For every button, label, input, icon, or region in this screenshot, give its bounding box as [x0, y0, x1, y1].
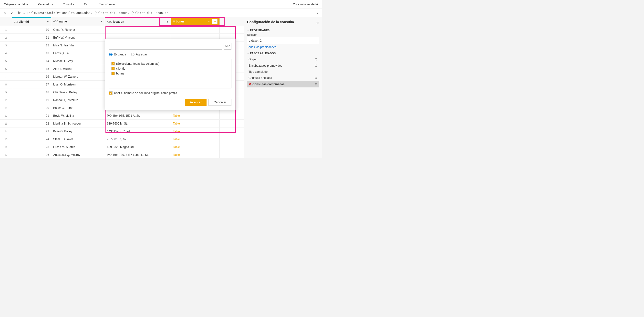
- td-row-num: 15: [0, 135, 12, 143]
- panel-nombre-label: Nombre: [247, 33, 319, 36]
- td-bonus: Table: [171, 135, 220, 143]
- td-row-num: 16: [0, 143, 12, 151]
- th-name-dropdown[interactable]: ▼: [100, 20, 103, 23]
- popup-radio-agregar[interactable]: Agregar: [131, 53, 147, 56]
- popup-use-prefix-checkbox[interactable]: [109, 91, 112, 95]
- step-gear-icon[interactable]: ⚙: [314, 82, 318, 86]
- popup-agregar-label: Agregar: [136, 53, 147, 56]
- nav-item-conclusiones[interactable]: Conclusiones de IA: [291, 2, 320, 7]
- step-label: Origen: [248, 58, 257, 61]
- step-item-origen[interactable]: Origen⚙: [247, 56, 319, 63]
- popup-check-item-bonus[interactable]: bonus: [111, 71, 229, 76]
- th-location[interactable]: ABC location ▼: [105, 17, 171, 26]
- th-clientid[interactable]: 1²3 clientId ▼: [12, 17, 51, 26]
- nav-item-or[interactable]: Or...: [82, 2, 92, 7]
- panel-title: Configuración de la consulta: [247, 20, 294, 24]
- th-clientid-label: clientId: [18, 20, 29, 24]
- formula-expand-btn[interactable]: ∨: [314, 10, 320, 16]
- td-row-num: 11: [0, 104, 12, 112]
- th-location-dropdown[interactable]: ▼: [166, 21, 169, 23]
- right-panel: Configuración de la consulta ✕ PROPIEDAD…: [244, 17, 322, 158]
- check-label-bonus: bonus: [116, 72, 124, 75]
- th-clientid-dropdown[interactable]: ▼: [47, 21, 49, 23]
- table-row: 13 22 Martina B. Schroeder 689-7600 Mi S…: [0, 120, 244, 128]
- td-bonus: [171, 26, 220, 34]
- popup-search-row: A↕Z: [109, 43, 232, 50]
- td-name: Kylie G. Bailey: [51, 128, 105, 135]
- main-area: 1²3 clientId ▼ ABC name ▼ ABC location ▼…: [0, 17, 322, 158]
- td-name: Alan T. Mullins: [51, 65, 105, 73]
- td-name: Michael I. Gray: [51, 57, 105, 65]
- formula-text: = Table.NestedJoin(#"Consulta anexada", …: [24, 11, 313, 15]
- th-location-label: location: [113, 20, 124, 24]
- checkbox-clientId[interactable]: [111, 67, 115, 70]
- popup-check-item-all[interactable]: (Seleccionar todas las columnas): [111, 61, 229, 66]
- nav-item-transformar[interactable]: Transformar: [98, 2, 117, 7]
- checkbox-all[interactable]: [111, 62, 115, 66]
- table-row: 16 25 Lucas M. Suarez 699-9329 Magna Rd.…: [0, 143, 244, 151]
- td-bonus: Table: [171, 128, 220, 135]
- popup-radio-row: Expandir Agregar: [109, 53, 232, 56]
- nav-item-origenes[interactable]: Orígenes de datos: [2, 2, 30, 7]
- td-clientid: 19: [12, 96, 51, 104]
- td-row-num: 3: [0, 42, 12, 49]
- panel-close-btn[interactable]: ✕: [316, 21, 319, 26]
- th-bonus-expand-btn[interactable]: ⇔: [212, 19, 218, 24]
- check-label-all: (Seleccionar todas las columnas): [116, 62, 160, 66]
- td-name: Baker C. Hurst: [51, 104, 105, 112]
- radio-expandir-circle: [109, 53, 112, 56]
- td-clientid: 10: [12, 26, 51, 34]
- th-bonus-dropdown[interactable]: ▼: [208, 20, 210, 23]
- table-row: 17 26 Anastasia Q. Mccray P.O. Box 780, …: [0, 151, 244, 158]
- popup-radio-expandir[interactable]: Expandir: [109, 53, 126, 56]
- td-name: Randall Q. Mcclure: [51, 96, 105, 104]
- step-item-tipo[interactable]: Tipo cambiado: [247, 69, 319, 75]
- popup-sort-btn[interactable]: A↕Z: [224, 43, 232, 50]
- td-row-num: 2: [0, 34, 12, 41]
- th-bonus-label: bonus: [176, 20, 184, 23]
- th-bonus-type-icon: ⊞: [173, 20, 175, 23]
- popup-cancelar-btn[interactable]: Cancelar: [208, 99, 232, 106]
- td-location: P.O. Box 780, 4487 Lobortis, St.: [105, 151, 171, 158]
- th-name[interactable]: ABC name ▼: [51, 17, 105, 26]
- td-bonus: Table: [171, 143, 220, 151]
- popup-search-input[interactable]: [109, 43, 222, 50]
- nav-item-parametros[interactable]: Parámetros: [36, 2, 55, 7]
- td-row-num: 14: [0, 128, 12, 135]
- popup-expandir-label: Expandir: [114, 53, 126, 56]
- panel-todas-propiedades-link[interactable]: Todas las propiedades: [247, 46, 319, 49]
- table-area: 1²3 clientId ▼ ABC name ▼ ABC location ▼…: [0, 17, 244, 158]
- step-item-consulta-anexada[interactable]: Consulta anexada⚙: [247, 75, 319, 81]
- td-location: P.O. Box 935, 1521 At St.: [105, 112, 171, 119]
- td-row-num: 12: [0, 112, 12, 119]
- popup-check-item-clientId[interactable]: clientId: [111, 66, 229, 71]
- checkbox-bonus[interactable]: [111, 72, 115, 75]
- td-location: [105, 26, 171, 34]
- steps-list: Origen⚙Encabezados promovidos⚙Tipo cambi…: [247, 56, 319, 87]
- step-item-encabezados[interactable]: Encabezados promovidos⚙: [247, 63, 319, 69]
- th-bonus[interactable]: ⊞ bonus ▼ ⇔: [171, 17, 220, 26]
- formula-fx-btn[interactable]: fx: [16, 10, 22, 16]
- formula-confirm-btn[interactable]: ✓: [9, 10, 15, 16]
- formula-cancel-btn[interactable]: ✕: [2, 10, 8, 16]
- td-clientid: 25: [12, 143, 51, 151]
- th-row-num: [0, 17, 12, 26]
- td-bonus: Table: [171, 112, 220, 119]
- td-location: 689-7600 Mi St.: [105, 120, 171, 127]
- td-name: Omar Y. Fletcher: [51, 26, 105, 34]
- nav-item-consulta[interactable]: Consulta: [61, 2, 76, 7]
- td-bonus: Table: [171, 120, 220, 127]
- td-row-num: 1: [0, 26, 12, 34]
- step-gear-icon[interactable]: ⚙: [314, 64, 318, 68]
- step-gear-icon[interactable]: ⚙: [314, 76, 318, 80]
- step-item-consultas-combinadas[interactable]: ✕Consultas combinadas⚙: [247, 81, 319, 87]
- popup-aceptar-btn[interactable]: Aceptar: [185, 99, 206, 106]
- table-header-row: 1²3 clientId ▼ ABC name ▼ ABC location ▼…: [0, 17, 244, 26]
- panel-nombre-input[interactable]: [247, 37, 319, 44]
- td-clientid: 17: [12, 81, 51, 88]
- formula-bar: ✕ ✓ fx = Table.NestedJoin(#"Consulta ane…: [0, 9, 322, 17]
- td-name: Martina B. Schroeder: [51, 120, 105, 127]
- step-gear-icon[interactable]: ⚙: [314, 57, 318, 61]
- td-row-num: 10: [0, 96, 12, 104]
- td-name: Bevis W. Molina: [51, 112, 105, 119]
